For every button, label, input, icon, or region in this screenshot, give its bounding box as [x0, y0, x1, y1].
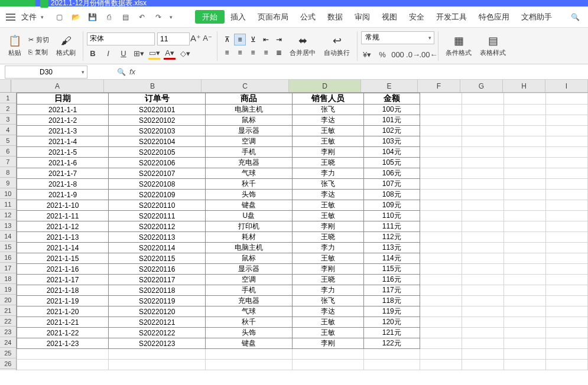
qat-caret-icon[interactable]: ▾ [170, 14, 173, 20]
cell-E5[interactable]: 103元 [363, 136, 420, 147]
cell-F10[interactable] [420, 190, 462, 200]
cell-B12[interactable]: S20220111 [109, 211, 206, 221]
file-tab[interactable]: 2021.1-12月份销售数据表.xlsx [35, 0, 151, 8]
cell-F17[interactable] [420, 264, 462, 275]
row-header-10[interactable]: 10 [0, 188, 16, 199]
cell-C14[interactable]: 耗材 [205, 232, 292, 243]
cell-E24[interactable]: 122元 [363, 338, 420, 349]
cell-E23[interactable]: 121元 [363, 328, 420, 338]
decrease-indent-icon[interactable]: ⇤ [260, 34, 272, 45]
cell-B9[interactable]: S20220108 [109, 179, 206, 190]
align-left-icon[interactable]: ≡ [221, 47, 233, 58]
cell-E15[interactable]: 113元 [363, 243, 420, 253]
cell-C24[interactable]: 键盘 [205, 338, 292, 349]
cell-G17[interactable] [462, 264, 503, 275]
cell-G23[interactable] [462, 328, 503, 338]
cell-A16[interactable]: 2021-1-15 [17, 253, 109, 264]
underline-button[interactable]: U [118, 48, 129, 60]
cell-A20[interactable]: 2021-1-19 [17, 296, 109, 306]
cell-F6[interactable] [420, 147, 462, 158]
cell-E8[interactable]: 106元 [363, 168, 420, 179]
increase-indent-icon[interactable]: ⇥ [273, 34, 285, 45]
cell-I21[interactable] [545, 306, 587, 317]
cell-grid[interactable]: 日期订单号商品销售人员金额2021-1-1S20220101电脑主机张飞100元… [17, 93, 588, 370]
cell-I1[interactable] [545, 93, 587, 105]
cell-C12[interactable]: U盘 [205, 211, 292, 221]
cell-G24[interactable] [462, 338, 503, 349]
select-all-corner[interactable] [0, 80, 11, 93]
row-header-1[interactable]: 1 [0, 93, 16, 103]
row-header-17[interactable]: 17 [0, 263, 16, 273]
cell-E13[interactable]: 111元 [363, 221, 420, 232]
cell-B15[interactable]: S20220114 [109, 243, 206, 253]
row-header-19[interactable]: 19 [0, 284, 16, 295]
cell-E18[interactable]: 116元 [363, 275, 420, 285]
cell-D21[interactable]: 李达 [292, 306, 363, 317]
cell-E25[interactable] [363, 349, 420, 360]
cell-G9[interactable] [462, 179, 503, 190]
menu-tab-5[interactable]: 审阅 [349, 12, 376, 21]
cell-F23[interactable] [420, 328, 462, 338]
cell-F4[interactable] [420, 126, 462, 136]
cell-I8[interactable] [545, 168, 587, 179]
clear-format-button[interactable]: ◇▾ [179, 48, 191, 60]
cell-B14[interactable]: S20220113 [109, 232, 206, 243]
border-button[interactable]: ⊞▾ [133, 48, 145, 60]
cell-F14[interactable] [420, 232, 462, 243]
name-box[interactable]: D30 [5, 66, 87, 79]
cell-G1[interactable] [462, 93, 503, 105]
cell-E17[interactable]: 115元 [363, 264, 420, 275]
cell-G18[interactable] [462, 275, 503, 285]
cell-A24[interactable]: 2021-1-23 [17, 338, 109, 349]
cell-D3[interactable]: 李达 [292, 115, 363, 126]
row-header-12[interactable]: 12 [0, 210, 16, 220]
cell-D16[interactable]: 王敏 [292, 253, 363, 264]
cell-B7[interactable]: S20220106 [109, 158, 206, 168]
cell-E2[interactable]: 100元 [363, 105, 420, 115]
cell-B1[interactable]: 订单号 [109, 93, 206, 105]
fill-color-button[interactable]: ▭▾ [148, 48, 160, 60]
row-header-15[interactable]: 15 [0, 242, 16, 252]
cell-I14[interactable] [545, 232, 587, 243]
cell-C23[interactable]: 头饰 [205, 328, 292, 338]
cell-A9[interactable]: 2021-1-8 [17, 179, 109, 190]
cell-F11[interactable] [420, 200, 462, 211]
cell-H13[interactable] [503, 221, 545, 232]
cell-F2[interactable] [420, 105, 462, 115]
cell-I2[interactable] [545, 105, 587, 115]
cell-F12[interactable] [420, 211, 462, 221]
cell-H8[interactable] [503, 168, 545, 179]
cell-I18[interactable] [545, 275, 587, 285]
cell-C9[interactable]: 秋千 [205, 179, 292, 190]
cell-G3[interactable] [462, 115, 503, 126]
cell-H23[interactable] [503, 328, 545, 338]
row-header-3[interactable]: 3 [0, 114, 16, 125]
cell-A4[interactable]: 2021-1-3 [17, 126, 109, 136]
distribute-icon[interactable]: ≣ [273, 47, 285, 58]
save-icon[interactable]: 💾 [87, 12, 98, 22]
cell-B3[interactable]: S20220102 [109, 115, 206, 126]
cell-F9[interactable] [420, 179, 462, 190]
cell-H2[interactable] [503, 105, 545, 115]
cell-C26[interactable] [205, 360, 292, 370]
col-header-H[interactable]: H [503, 80, 545, 92]
cell-D9[interactable]: 张飞 [292, 179, 363, 190]
cell-D10[interactable]: 李达 [292, 190, 363, 200]
cell-H4[interactable] [503, 126, 545, 136]
cell-C2[interactable]: 电脑主机 [205, 105, 292, 115]
col-header-F[interactable]: F [418, 80, 460, 92]
cell-B2[interactable]: S20220101 [109, 105, 206, 115]
cell-G5[interactable] [462, 136, 503, 147]
cell-D25[interactable] [292, 349, 363, 360]
cell-G2[interactable] [462, 105, 503, 115]
cell-G16[interactable] [462, 253, 503, 264]
cell-A2[interactable]: 2021-1-1 [17, 105, 109, 115]
cell-F25[interactable] [420, 349, 462, 360]
cell-B6[interactable]: S20220105 [109, 147, 206, 158]
cell-D19[interactable]: 李力 [292, 285, 363, 296]
cell-E14[interactable]: 112元 [363, 232, 420, 243]
cell-H5[interactable] [503, 136, 545, 147]
cell-H14[interactable] [503, 232, 545, 243]
cell-A15[interactable]: 2021-1-14 [17, 243, 109, 253]
cell-F1[interactable] [420, 93, 462, 105]
